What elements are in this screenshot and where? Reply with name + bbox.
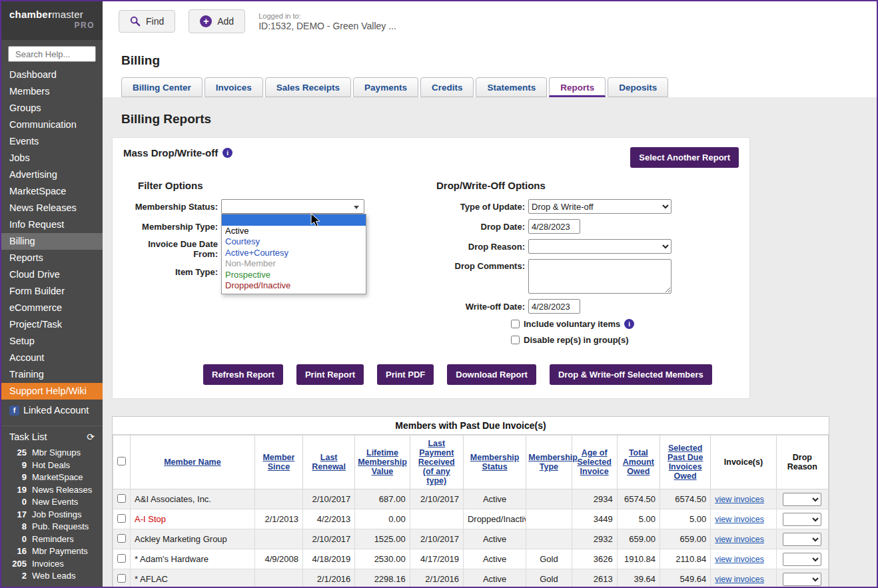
column-header-age-of-selected-invoice[interactable]: Age of Selected Invoice bbox=[572, 436, 617, 489]
task-list-item-hot-deals[interactable]: 9Hot Deals bbox=[8, 459, 96, 472]
tab-invoices[interactable]: Invoices bbox=[205, 77, 263, 97]
row-checkbox[interactable] bbox=[117, 574, 126, 583]
task-list-item-news-releases[interactable]: 19News Releases bbox=[8, 484, 96, 497]
column-header-label: Last Renewal bbox=[312, 453, 346, 471]
task-list-item-marketspace[interactable]: 9MarketSpace bbox=[8, 471, 96, 484]
select-another-report-button[interactable]: Select Another Report bbox=[630, 147, 739, 168]
drop-reason-select[interactable] bbox=[783, 573, 821, 586]
sidebar-item-training[interactable]: Training bbox=[1, 366, 103, 383]
write-off-date-input[interactable] bbox=[528, 299, 580, 314]
task-list-item-reminders[interactable]: 0Reminders bbox=[8, 533, 96, 546]
drop-reason-select[interactable] bbox=[528, 239, 671, 254]
sidebar-item-account[interactable]: Account bbox=[1, 350, 103, 366]
info-icon[interactable]: i bbox=[222, 148, 232, 158]
row-checkbox[interactable] bbox=[117, 494, 126, 503]
row-checkbox[interactable] bbox=[117, 534, 126, 543]
print-pdf-button[interactable]: Print PDF bbox=[377, 364, 434, 385]
view-invoices-link[interactable]: view invoices bbox=[715, 575, 764, 584]
tab-sales-receipts[interactable]: Sales Receipts bbox=[265, 77, 351, 97]
sidebar-item-dashboard[interactable]: Dashboard bbox=[1, 67, 103, 83]
select-all-checkbox[interactable] bbox=[117, 457, 126, 465]
info-icon[interactable]: i bbox=[624, 319, 634, 329]
drop-reason-select[interactable] bbox=[783, 493, 821, 506]
row-checkbox[interactable] bbox=[117, 514, 126, 523]
sidebar-item-events[interactable]: Events bbox=[1, 133, 103, 150]
refresh-icon[interactable]: ⟳ bbox=[87, 432, 95, 442]
column-header-lifetime-membership-value[interactable]: Lifetime Membership Value bbox=[355, 436, 410, 489]
refresh-report-button[interactable]: Refresh Report bbox=[203, 364, 283, 385]
sidebar-item-info-request[interactable]: Info Request bbox=[1, 216, 103, 233]
logged-in-value: ID:1532, DEMO - Green Valley ... bbox=[258, 21, 396, 31]
view-invoices-link[interactable]: view invoices bbox=[715, 515, 764, 524]
sidebar-item-label: Dashboard bbox=[9, 69, 57, 80]
download-report-button[interactable]: Download Report bbox=[447, 364, 536, 385]
column-header-label: Last Payment Received (of any type) bbox=[418, 439, 455, 485]
sidebar-item-marketspace[interactable]: MarketSpace bbox=[1, 183, 103, 200]
last-payment-cell bbox=[410, 509, 463, 529]
membership-status-option[interactable]: Active bbox=[222, 226, 366, 237]
membership-status-option[interactable]: Active+Courtesy bbox=[222, 248, 366, 259]
sidebar-item-linked-account[interactable]: fLinked Account bbox=[1, 402, 103, 419]
tab-statements[interactable]: Statements bbox=[476, 77, 547, 97]
drop-reason-select[interactable] bbox=[783, 513, 821, 526]
column-header-last-renewal[interactable]: Last Renewal bbox=[303, 436, 355, 489]
search-help-input[interactable] bbox=[8, 46, 96, 62]
tab-deposits[interactable]: Deposits bbox=[608, 77, 668, 97]
column-header-last-payment-received-of-any-type[interactable]: Last Payment Received (of any type) bbox=[410, 436, 463, 489]
drop-reason-select[interactable] bbox=[783, 553, 821, 566]
drop-write-off-selected-members-button[interactable]: Drop & Write-off Selected Members bbox=[550, 364, 712, 385]
sidebar-item-cloud-drive[interactable]: Cloud Drive bbox=[1, 266, 103, 283]
column-header-member-name[interactable]: Member Name bbox=[131, 436, 255, 489]
membership-status-option[interactable]: Prospective bbox=[222, 270, 366, 281]
membership-status-select[interactable]: ActiveCourtesyActive+CourtesyNon-MemberP… bbox=[221, 199, 364, 214]
sidebar-item-ecommerce[interactable]: eCommerce bbox=[1, 300, 103, 316]
sidebar-item-communication[interactable]: Communication bbox=[1, 117, 103, 133]
print-report-button[interactable]: Print Report bbox=[296, 364, 364, 385]
sidebar-item-form-builder[interactable]: Form Builder bbox=[1, 283, 103, 300]
tab-reports[interactable]: Reports bbox=[549, 77, 606, 97]
sidebar-item-label: News Releases bbox=[9, 202, 77, 213]
column-header-total-amount-owed[interactable]: Total Amount Owed bbox=[617, 436, 659, 489]
column-header-member-since[interactable]: Member Since bbox=[254, 436, 302, 489]
task-list-item-web-leads[interactable]: 2Web Leads bbox=[8, 570, 96, 583]
sidebar-item-setup[interactable]: Setup bbox=[1, 333, 103, 350]
task-list-item-job-postings[interactable]: 17Job Postings bbox=[8, 509, 96, 521]
tab-credits[interactable]: Credits bbox=[420, 77, 474, 97]
find-button[interactable]: Find bbox=[119, 10, 175, 33]
sidebar-item-groups[interactable]: Groups bbox=[1, 100, 103, 117]
sidebar-item-advertising[interactable]: Advertising bbox=[1, 166, 103, 183]
column-header-selected-past-due-invoices-owed[interactable]: Selected Past Due Invoices Owed bbox=[660, 436, 711, 489]
add-button[interactable]: + Add bbox=[189, 9, 245, 33]
sidebar-item-support-help-wiki[interactable]: Support Help/Wiki bbox=[1, 383, 103, 400]
task-list-item-pub-requests[interactable]: 8Pub. Requests bbox=[8, 521, 96, 533]
view-invoices-link[interactable]: view invoices bbox=[715, 535, 764, 544]
sidebar-item-billing[interactable]: Billing bbox=[1, 233, 103, 250]
status-cell: Active bbox=[463, 529, 526, 549]
task-list-item-mbr-payments[interactable]: 16Mbr Payments bbox=[8, 545, 96, 558]
row-checkbox[interactable] bbox=[117, 554, 126, 563]
membership-status-option[interactable]: Courtesy bbox=[222, 236, 366, 248]
include-voluntary-checkbox[interactable] bbox=[511, 320, 520, 328]
drop-reason-select[interactable] bbox=[783, 533, 821, 546]
sidebar-item-project-task[interactable]: Project/Task bbox=[1, 316, 103, 333]
task-list-item-invoices[interactable]: 205Invoices bbox=[8, 558, 96, 571]
sidebar-item-jobs[interactable]: Jobs bbox=[1, 150, 103, 166]
disable-reps-checkbox[interactable] bbox=[511, 336, 520, 344]
membership-status-option[interactable]: Non-Member bbox=[222, 258, 366, 270]
column-header-membership-status[interactable]: Membership Status bbox=[463, 436, 526, 489]
tab-payments[interactable]: Payments bbox=[353, 77, 418, 97]
membership-status-option[interactable]: Dropped/Inactive bbox=[222, 280, 366, 292]
tab-billing-center[interactable]: Billing Center bbox=[121, 77, 203, 97]
task-list-item-mbr-signups[interactable]: 25Mbr Signups bbox=[8, 447, 96, 459]
view-invoices-link[interactable]: view invoices bbox=[715, 555, 764, 564]
column-header-membership-type[interactable]: Membership Type bbox=[526, 436, 572, 489]
sidebar-item-members[interactable]: Members bbox=[1, 83, 103, 100]
membership-status-option[interactable] bbox=[222, 214, 366, 226]
task-list-item-new-events[interactable]: 0New Events bbox=[8, 496, 96, 509]
view-invoices-link[interactable]: view invoices bbox=[715, 495, 764, 504]
type-of-update-select[interactable]: Drop & Write-off bbox=[528, 199, 671, 214]
sidebar-item-reports[interactable]: Reports bbox=[1, 250, 103, 266]
drop-comments-textarea[interactable] bbox=[528, 259, 671, 294]
drop-date-input[interactable] bbox=[528, 219, 580, 234]
sidebar-item-news-releases[interactable]: News Releases bbox=[1, 200, 103, 216]
